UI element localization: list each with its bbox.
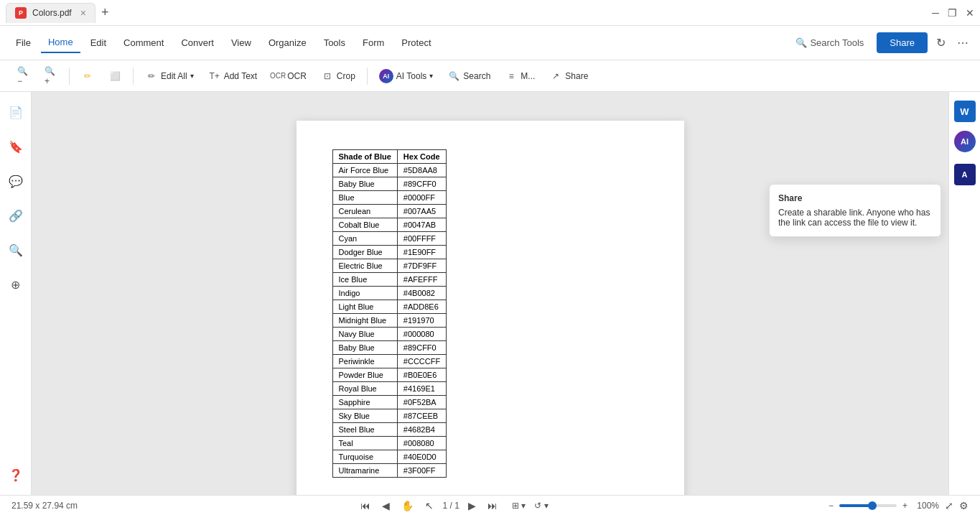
share-tooltip: Share Create a sharable link. Anyone who… [769,184,941,237]
zoom-level: 100% [913,501,939,511]
last-page-button[interactable]: ⏭ [485,498,500,513]
sidebar-layers-icon[interactable]: ⊕ [4,273,27,296]
zoom-in-button[interactable]: 🔍+ [39,66,63,86]
sidebar-help-icon[interactable]: ❓ [4,463,27,486]
zoom-out-status-button[interactable]: − [829,501,834,511]
sidebar-link-icon[interactable]: 🔗 [4,204,27,227]
sidebar-bookmark-icon[interactable]: 🔖 [4,135,27,158]
toolbar-sep-1 [69,68,70,85]
ocr-icon: OCR [271,70,284,83]
word-icon-dark[interactable]: A [954,164,976,185]
title-bar: P Colors.pdf × + ─ ❐ ✕ [0,0,980,26]
more-options-button[interactable]: ⋯ [954,33,971,52]
cell-shade-name: Baby Blue [332,177,397,191]
menu-convert[interactable]: Convert [174,33,221,52]
search-button[interactable]: 🔍 Search [442,66,496,86]
toolbar-search-icon: 🔍 [447,70,460,83]
cell-shade-name: Cerulean [332,205,397,218]
zoom-out-button[interactable]: 🔍− [11,66,36,86]
search-tools-button[interactable]: 🔍 Search Tools [788,33,871,52]
cell-shade-name: Midnight Blue [332,314,397,328]
zoom-in-icon: 🔍+ [45,70,57,83]
table-row: Air Force Blue#5D8AA8 [332,164,447,177]
cell-hex-code: #0F52BA [397,396,446,409]
zoom-out-icon: 🔍− [17,70,30,83]
cell-hex-code: #4B0082 [397,287,446,300]
tooltip-text: Create a sharable link. Anyone who has t… [778,208,932,228]
pdf-page: Shade of Blue Hex Code Air Force Blue#5D… [297,121,684,495]
status-bar: 21.59 x 27.94 cm ⏮ ◀ ✋ ↖ 1 / 1 ▶ ⏭ ⊞ ▾ ↺… [0,495,980,515]
view-mode-button[interactable]: ⊞ ▾ [512,501,526,511]
edit-icon: ✏ [145,70,158,83]
tab-title: Colors.pdf [32,8,72,18]
edit-all-button[interactable]: ✏ Edit All ▾ [139,66,200,86]
prev-page-button[interactable]: ◀ [379,498,393,513]
ocr-button[interactable]: OCR OCR [266,66,312,86]
refresh-button[interactable]: ↻ [933,33,948,52]
tab-close-button[interactable]: × [80,7,86,19]
more-toolbar-button[interactable]: ≡ M... [499,66,541,86]
pdf-tab-icon: P [15,7,27,19]
menu-form[interactable]: Form [355,33,391,52]
menu-home[interactable]: Home [41,32,80,53]
table-row: Powder Blue#B0E0E6 [332,368,447,382]
select-tool[interactable]: ↖ [425,500,434,511]
more-icon: ≡ [505,70,518,83]
table-row: Sky Blue#87CEEB [332,409,447,423]
word-icon-blue[interactable]: W [954,101,976,122]
cell-shade-name: Air Force Blue [332,164,397,177]
menu-organize[interactable]: Organize [261,33,314,52]
table-row: Indigo#4B0082 [332,287,447,300]
search-label: Search [463,71,490,81]
menu-protect[interactable]: Protect [394,33,438,52]
hand-tool[interactable]: ✋ [401,500,414,511]
close-window-button[interactable]: ✕ [966,7,974,19]
menu-file[interactable]: File [9,33,38,52]
cell-hex-code: #ADD8E6 [397,300,446,314]
pdf-content-area: Shade of Blue Hex Code Air Force Blue#5D… [32,92,948,495]
ai-sidebar-icon[interactable]: AI [954,131,976,152]
current-page: 1 [442,501,447,511]
table-row: Steel Blue#4682B4 [332,423,447,437]
cell-hex-code: #89CFF0 [397,341,446,355]
settings-button[interactable]: ⚙ [959,500,969,511]
toolbar-sep-2 [133,68,134,85]
cell-shade-name: Cobalt Blue [332,218,397,232]
sidebar-thumbnail-icon[interactable]: 📄 [4,101,27,124]
first-page-button[interactable]: ⏮ [358,498,373,513]
menu-edit[interactable]: Edit [83,33,113,52]
sidebar-search-icon[interactable]: 🔍 [4,238,27,261]
fullscreen-button[interactable]: ⤢ [945,500,953,511]
add-tab-button[interactable]: + [101,5,109,20]
cell-hex-code: #191970 [397,314,446,328]
cell-hex-code: #0000FF [397,191,446,205]
cell-shade-name: Ultramarine [332,464,397,478]
crop-button[interactable]: ⊡ Crop [315,66,361,86]
zoom-slider[interactable] [839,504,897,507]
cell-hex-code: #40E0D0 [397,450,446,464]
table-row: Baby Blue#89CFF0 [332,177,447,191]
ai-tools-chevron: ▾ [429,72,433,80]
edit-all-chevron: ▾ [190,72,194,80]
minimize-button[interactable]: ─ [932,7,939,19]
pdf-tab[interactable]: P Colors.pdf × [6,3,95,23]
total-pages: 1 [454,501,459,511]
share-button[interactable]: Share [877,32,928,53]
restore-button[interactable]: ❐ [948,7,957,19]
menu-tools[interactable]: Tools [317,33,353,52]
ai-tools-button[interactable]: AI AI Tools ▾ [373,65,439,87]
highlight-button[interactable]: ✏ [75,66,100,86]
zoom-controls: − + 100% ⤢ ⚙ [829,500,969,511]
menu-view[interactable]: View [224,33,258,52]
rotate-button[interactable]: ↺ ▾ [534,501,548,511]
right-sidebar: W AI A [948,92,980,495]
cell-shade-name: Powder Blue [332,368,397,382]
zoom-in-status-button[interactable]: + [902,501,907,511]
toolbar-share-button[interactable]: ↗ Share [543,66,594,86]
next-page-button[interactable]: ▶ [465,498,479,513]
sidebar-comment-icon[interactable]: 💬 [4,170,27,192]
add-text-button[interactable]: T+ Add Text [202,66,263,86]
selection-button[interactable]: ⬜ [103,66,127,86]
menu-comment[interactable]: Comment [116,33,171,52]
search-icon: 🔍 [795,37,807,48]
